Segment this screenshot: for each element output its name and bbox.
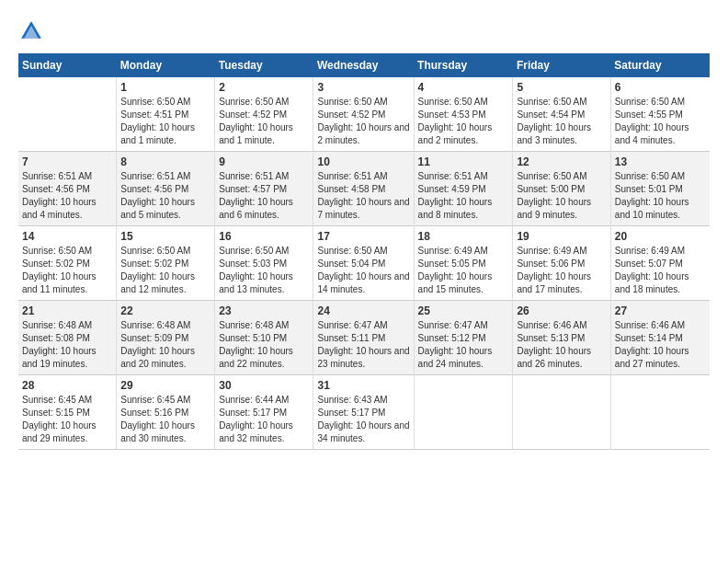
calendar-cell: 4Sunrise: 6:50 AM Sunset: 4:53 PM Daylig…	[414, 77, 513, 152]
day-info: Sunrise: 6:48 AM Sunset: 5:09 PM Dayligh…	[120, 319, 210, 371]
day-info: Sunrise: 6:49 AM Sunset: 5:07 PM Dayligh…	[615, 245, 706, 296]
day-info: Sunrise: 6:50 AM Sunset: 5:04 PM Dayligh…	[317, 245, 409, 296]
calendar-cell: 18Sunrise: 6:49 AM Sunset: 5:05 PM Dayli…	[414, 226, 513, 301]
calendar-cell: 25Sunrise: 6:47 AM Sunset: 5:12 PM Dayli…	[414, 301, 513, 375]
header-friday: Friday	[513, 53, 610, 77]
calendar-cell: 5Sunrise: 6:50 AM Sunset: 4:54 PM Daylig…	[513, 77, 610, 152]
day-number: 15	[120, 230, 210, 243]
day-number: 22	[120, 304, 210, 317]
day-info: Sunrise: 6:51 AM Sunset: 4:59 PM Dayligh…	[418, 170, 509, 222]
day-info: Sunrise: 6:50 AM Sunset: 5:02 PM Dayligh…	[120, 245, 210, 296]
day-number: 14	[22, 230, 112, 243]
header-wednesday: Wednesday	[313, 53, 414, 77]
calendar-week-row: 7Sunrise: 6:51 AM Sunset: 4:56 PM Daylig…	[18, 152, 710, 226]
day-number: 27	[615, 304, 706, 317]
calendar-cell: 30Sunrise: 6:44 AM Sunset: 5:17 PM Dayli…	[215, 375, 313, 450]
calendar-cell	[610, 375, 710, 450]
day-info: Sunrise: 6:50 AM Sunset: 4:51 PM Dayligh…	[120, 96, 210, 147]
header-monday: Monday	[117, 53, 215, 77]
calendar-cell: 12Sunrise: 6:50 AM Sunset: 5:00 PM Dayli…	[513, 152, 610, 226]
calendar-cell	[18, 77, 117, 152]
day-number: 31	[317, 379, 409, 392]
calendar-cell: 3Sunrise: 6:50 AM Sunset: 4:52 PM Daylig…	[313, 77, 414, 152]
calendar-cell: 14Sunrise: 6:50 AM Sunset: 5:02 PM Dayli…	[18, 226, 117, 301]
day-info: Sunrise: 6:50 AM Sunset: 5:02 PM Dayligh…	[22, 245, 112, 296]
day-number: 9	[219, 155, 309, 168]
day-info: Sunrise: 6:43 AM Sunset: 5:17 PM Dayligh…	[317, 394, 409, 445]
day-number: 3	[317, 81, 409, 94]
calendar-week-row: 21Sunrise: 6:48 AM Sunset: 5:08 PM Dayli…	[18, 301, 710, 375]
header-saturday: Saturday	[610, 53, 710, 77]
day-number: 23	[219, 304, 309, 317]
calendar-cell: 11Sunrise: 6:51 AM Sunset: 4:59 PM Dayli…	[414, 152, 513, 226]
calendar-cell: 22Sunrise: 6:48 AM Sunset: 5:09 PM Dayli…	[117, 301, 215, 375]
calendar-cell: 1Sunrise: 6:50 AM Sunset: 4:51 PM Daylig…	[117, 77, 215, 152]
calendar-cell: 10Sunrise: 6:51 AM Sunset: 4:58 PM Dayli…	[313, 152, 414, 226]
day-number: 17	[317, 230, 409, 243]
calendar-cell: 21Sunrise: 6:48 AM Sunset: 5:08 PM Dayli…	[18, 301, 117, 375]
header-sunday: Sunday	[18, 53, 117, 77]
calendar-cell: 15Sunrise: 6:50 AM Sunset: 5:02 PM Dayli…	[117, 226, 215, 301]
calendar-cell: 28Sunrise: 6:45 AM Sunset: 5:15 PM Dayli…	[18, 375, 117, 450]
day-number: 24	[317, 304, 409, 317]
day-info: Sunrise: 6:49 AM Sunset: 5:06 PM Dayligh…	[517, 245, 606, 296]
calendar-cell: 6Sunrise: 6:50 AM Sunset: 4:55 PM Daylig…	[610, 77, 710, 152]
calendar-cell: 8Sunrise: 6:51 AM Sunset: 4:56 PM Daylig…	[117, 152, 215, 226]
calendar-cell: 26Sunrise: 6:46 AM Sunset: 5:13 PM Dayli…	[513, 301, 610, 375]
day-info: Sunrise: 6:50 AM Sunset: 4:55 PM Dayligh…	[615, 96, 706, 147]
logo-icon	[18, 18, 44, 44]
page-header	[18, 18, 710, 44]
day-number: 29	[120, 379, 210, 392]
day-number: 1	[120, 81, 210, 94]
day-info: Sunrise: 6:50 AM Sunset: 4:52 PM Dayligh…	[219, 96, 309, 147]
day-number: 5	[517, 81, 606, 94]
calendar-cell: 16Sunrise: 6:50 AM Sunset: 5:03 PM Dayli…	[215, 226, 313, 301]
calendar-table: SundayMondayTuesdayWednesdayThursdayFrid…	[18, 53, 710, 450]
calendar-cell: 31Sunrise: 6:43 AM Sunset: 5:17 PM Dayli…	[313, 375, 414, 450]
calendar-cell: 20Sunrise: 6:49 AM Sunset: 5:07 PM Dayli…	[610, 226, 710, 301]
calendar-cell: 7Sunrise: 6:51 AM Sunset: 4:56 PM Daylig…	[18, 152, 117, 226]
calendar-cell: 2Sunrise: 6:50 AM Sunset: 4:52 PM Daylig…	[215, 77, 313, 152]
calendar-cell: 23Sunrise: 6:48 AM Sunset: 5:10 PM Dayli…	[215, 301, 313, 375]
day-info: Sunrise: 6:50 AM Sunset: 4:53 PM Dayligh…	[418, 96, 509, 147]
calendar-cell: 24Sunrise: 6:47 AM Sunset: 5:11 PM Dayli…	[313, 301, 414, 375]
day-info: Sunrise: 6:51 AM Sunset: 4:58 PM Dayligh…	[317, 170, 409, 222]
calendar-cell	[414, 375, 513, 450]
calendar-cell: 17Sunrise: 6:50 AM Sunset: 5:04 PM Dayli…	[313, 226, 414, 301]
calendar-cell: 19Sunrise: 6:49 AM Sunset: 5:06 PM Dayli…	[513, 226, 610, 301]
day-number: 2	[219, 81, 309, 94]
day-number: 12	[517, 155, 606, 168]
calendar-week-row: 1Sunrise: 6:50 AM Sunset: 4:51 PM Daylig…	[18, 77, 710, 152]
day-info: Sunrise: 6:47 AM Sunset: 5:12 PM Dayligh…	[418, 319, 509, 371]
day-number: 20	[615, 230, 706, 243]
calendar-cell: 9Sunrise: 6:51 AM Sunset: 4:57 PM Daylig…	[215, 152, 313, 226]
day-info: Sunrise: 6:46 AM Sunset: 5:14 PM Dayligh…	[615, 319, 706, 371]
day-info: Sunrise: 6:50 AM Sunset: 5:01 PM Dayligh…	[615, 170, 706, 222]
day-number: 30	[219, 379, 309, 392]
header-tuesday: Tuesday	[215, 53, 313, 77]
day-info: Sunrise: 6:49 AM Sunset: 5:05 PM Dayligh…	[418, 245, 509, 296]
calendar-cell: 13Sunrise: 6:50 AM Sunset: 5:01 PM Dayli…	[610, 152, 710, 226]
day-info: Sunrise: 6:48 AM Sunset: 5:10 PM Dayligh…	[219, 319, 309, 371]
day-info: Sunrise: 6:45 AM Sunset: 5:15 PM Dayligh…	[22, 394, 112, 445]
day-info: Sunrise: 6:45 AM Sunset: 5:16 PM Dayligh…	[120, 394, 210, 445]
header-thursday: Thursday	[414, 53, 513, 77]
day-number: 16	[219, 230, 309, 243]
day-info: Sunrise: 6:48 AM Sunset: 5:08 PM Dayligh…	[22, 319, 112, 371]
day-number: 25	[418, 304, 509, 317]
day-number: 18	[418, 230, 509, 243]
day-number: 13	[615, 155, 706, 168]
day-info: Sunrise: 6:51 AM Sunset: 4:56 PM Dayligh…	[120, 170, 210, 222]
day-info: Sunrise: 6:50 AM Sunset: 4:54 PM Dayligh…	[517, 96, 606, 147]
calendar-cell: 29Sunrise: 6:45 AM Sunset: 5:16 PM Dayli…	[117, 375, 215, 450]
calendar-cell: 27Sunrise: 6:46 AM Sunset: 5:14 PM Dayli…	[610, 301, 710, 375]
day-number: 28	[22, 379, 112, 392]
day-info: Sunrise: 6:51 AM Sunset: 4:57 PM Dayligh…	[219, 170, 309, 222]
day-number: 6	[615, 81, 706, 94]
calendar-cell	[513, 375, 610, 450]
day-number: 21	[22, 304, 112, 317]
day-info: Sunrise: 6:50 AM Sunset: 4:52 PM Dayligh…	[317, 96, 409, 147]
calendar-week-row: 14Sunrise: 6:50 AM Sunset: 5:02 PM Dayli…	[18, 226, 710, 301]
day-info: Sunrise: 6:50 AM Sunset: 5:00 PM Dayligh…	[517, 170, 606, 222]
day-number: 8	[120, 155, 210, 168]
